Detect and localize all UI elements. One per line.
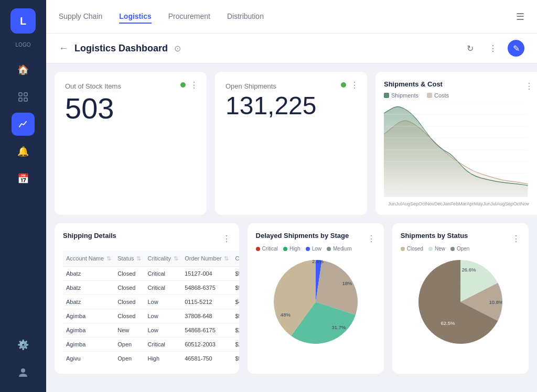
svg-rect-0 — [19, 93, 22, 96]
delayed-shipments-title: Delayed Shipments by Stage — [256, 232, 349, 239]
svg-text:48%: 48% — [280, 312, 291, 318]
kpi2-title: Open Shipments — [225, 82, 357, 90]
delayed-pie-container: 2.4% 18% 31.7% 48% — [256, 256, 375, 348]
chart-x-axis: JunJul AugSep OctNov DecJan FebMar AprMa… — [384, 201, 533, 206]
legend-critical: Critical — [256, 246, 278, 252]
table-menu[interactable]: ⋮ — [222, 234, 231, 244]
legend-costs: Costs — [427, 92, 449, 99]
nav-logistics[interactable]: Logistics — [119, 10, 151, 24]
table-row: AgimbaNewLow54868-6175$2,375363 — [63, 323, 239, 337]
svg-rect-3 — [24, 98, 27, 101]
kpi2-status-dot — [341, 82, 346, 88]
svg-text:2.4%: 2.4% — [312, 260, 324, 264]
svg-text:18%: 18% — [342, 280, 352, 286]
main-area: Supply Chain Logistics Procurement Distr… — [46, 0, 537, 392]
status-pie-svg: 26.6% 10.8% 62.5% — [418, 260, 502, 344]
chart-title: Shipments & Cost — [384, 80, 443, 88]
legend-low-dot — [306, 247, 310, 251]
legend-shipments: Shipments — [384, 92, 418, 99]
sidebar-item-grid[interactable] — [12, 85, 35, 108]
svg-text:10.8%: 10.8% — [489, 299, 502, 305]
svg-rect-1 — [24, 93, 27, 96]
delayed-legend: Critical High Low Medium — [256, 246, 375, 252]
svg-point-4 — [21, 368, 25, 373]
nav-supply-chain[interactable]: Supply Chain — [59, 10, 102, 24]
area-chart-container — [384, 103, 533, 199]
col-costs[interactable]: Costs ⇅ — [232, 251, 239, 267]
legend-closed: Closed — [401, 246, 423, 252]
hamburger-icon[interactable]: ☰ — [516, 11, 524, 23]
nav-distribution[interactable]: Distribution — [227, 10, 264, 24]
col-account[interactable]: Account Name ⇅ — [63, 251, 114, 267]
status-pie-container: 26.6% 10.8% 62.5% — [401, 256, 520, 348]
sidebar-item-settings[interactable]: ⚙️ — [12, 333, 35, 356]
legend-high-dot — [283, 247, 287, 251]
legend-medium: Medium — [327, 246, 352, 252]
kpi-open-shipments: ⋮ Open Shipments 131,225 — [215, 72, 367, 215]
header-actions: ↻ ⋮ ✎ — [461, 40, 524, 57]
kpi1-status-dot — [180, 82, 186, 88]
legend-critical-dot — [256, 247, 260, 251]
legend-new: New — [428, 246, 445, 252]
kpi1-title: Out of Stock Items — [65, 82, 196, 90]
sidebar-item-calendar[interactable]: 📅 — [12, 167, 35, 190]
delayed-shipments-card: Delayed Shipments by Stage ⋮ Critical Hi… — [248, 223, 384, 374]
nav-procurement[interactable]: Procurement — [168, 10, 210, 24]
col-status[interactable]: Status ⇅ — [114, 251, 144, 267]
col-criticality[interactable]: Criticality ⇅ — [144, 251, 181, 267]
kpi2-menu[interactable]: ⋮ — [350, 80, 359, 90]
legend-shipments-dot — [384, 93, 389, 98]
top-row: ⋮ Out of Stock Items 503 ⋮ Open Shipment… — [55, 72, 529, 215]
svg-text:26.6%: 26.6% — [461, 267, 476, 273]
legend-open: Open — [450, 246, 469, 252]
table-row: AbatzClosedCritical15127-004$5,538320 — [63, 267, 239, 281]
sidebar-item-bell[interactable]: 🔔 — [12, 140, 35, 163]
shipping-details-card: Shipping Details ⋮ Account Name ⇅ Status… — [55, 223, 239, 374]
shipments-status-card: Shipments by Status ⋮ Closed New Open — [392, 223, 529, 374]
sidebar-item-user[interactable] — [12, 361, 35, 384]
status-menu[interactable]: ⋮ — [512, 234, 520, 244]
shipments-area — [384, 106, 528, 197]
legend-low: Low — [306, 246, 321, 252]
table-row: AgimbaOpenCritical60512-2003$2,405581 — [63, 337, 239, 352]
table-row: AbatzClosedLow0115-5212$4,784472 — [63, 295, 239, 309]
edit-button[interactable]: ✎ — [508, 40, 524, 57]
more-button[interactable]: ⋮ — [485, 40, 501, 57]
status-legend: Closed New Open — [401, 246, 520, 252]
col-order[interactable]: Order Number ⇅ — [181, 251, 232, 267]
shipping-details-title: Shipping Details — [63, 232, 116, 239]
legend-high: High — [283, 246, 300, 252]
kpi2-value: 131,225 — [225, 92, 357, 120]
kpi1-menu[interactable]: ⋮ — [190, 80, 198, 90]
sidebar-item-chart[interactable] — [12, 113, 35, 136]
legend-new-dot — [428, 247, 433, 251]
nav-links: Supply Chain Logistics Procurement Distr… — [59, 10, 516, 24]
page-title: Logistics Dashboard — [74, 43, 168, 54]
bottom-row: Shipping Details ⋮ Account Name ⇅ Status… — [55, 223, 529, 374]
legend-open-dot — [450, 247, 455, 251]
shipping-table: Account Name ⇅ Status ⇅ Criticality ⇅ Or… — [63, 251, 239, 365]
delayed-menu[interactable]: ⋮ — [367, 234, 375, 244]
kpi1-value: 503 — [65, 92, 196, 125]
legend-costs-dot — [427, 93, 432, 98]
logo-letter: L — [20, 15, 26, 27]
table-row: AbatzClosedCritical54868-6375$5,814485 — [63, 281, 239, 295]
filter-icon[interactable]: ⊙ — [174, 43, 181, 53]
svg-text:31.7%: 31.7% — [331, 324, 346, 330]
delayed-pie-svg: 2.4% 18% 31.7% 48% — [274, 260, 358, 344]
back-button[interactable]: ← — [59, 43, 68, 54]
shipments-cost-chart: Shipments & Cost ⋮ Shipments Costs — [375, 72, 537, 215]
logo-box: L — [10, 8, 36, 34]
svg-rect-2 — [19, 98, 22, 101]
sidebar: L LOGO 🏠 🔔 📅 ⚙️ — [0, 0, 46, 392]
chart-legend: Shipments Costs — [384, 92, 533, 99]
chart-menu[interactable]: ⋮ — [525, 81, 533, 91]
dashboard: ⋮ Out of Stock Items 503 ⋮ Open Shipment… — [46, 63, 537, 392]
svg-text:62.5%: 62.5% — [441, 320, 455, 326]
kpi-out-of-stock: ⋮ Out of Stock Items 503 — [55, 72, 207, 215]
sidebar-item-home[interactable]: 🏠 — [12, 58, 35, 81]
refresh-button[interactable]: ↻ — [461, 40, 478, 57]
page-header: ← Logistics Dashboard ⊙ ↻ ⋮ ✎ — [46, 34, 537, 63]
table-row: AgivuOpenHigh46581-750$5,776165 — [63, 352, 239, 366]
area-chart-svg — [384, 103, 533, 197]
